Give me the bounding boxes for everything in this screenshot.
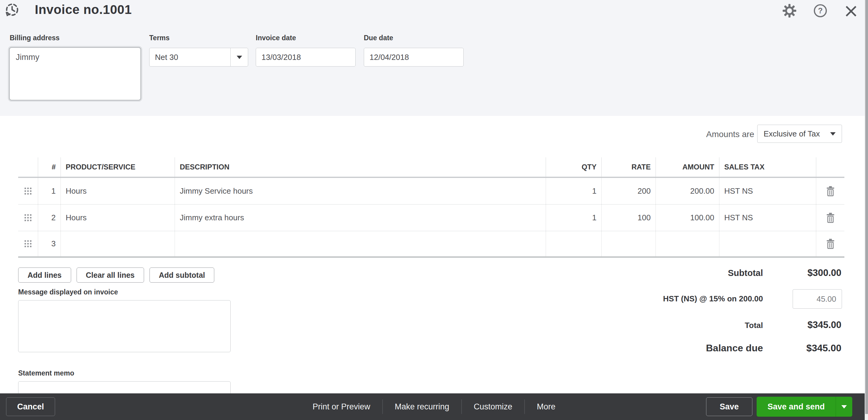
- drag-handle-icon[interactable]: [25, 214, 31, 221]
- sales-tax-cell[interactable]: HST NS: [719, 178, 816, 204]
- table-row: 2 Hours Jimmy extra hours 1 100 100.00 H…: [18, 204, 844, 231]
- action-bar: Cancel Print or Preview Make recurring C…: [0, 393, 868, 420]
- trash-icon: [826, 186, 835, 197]
- chevron-down-icon[interactable]: [230, 48, 248, 66]
- chevron-down-icon: [830, 132, 842, 135]
- col-header-rate: RATE: [601, 157, 655, 177]
- subtotal-label: Subtotal: [728, 268, 763, 278]
- col-header-qty: QTY: [546, 157, 601, 177]
- rate-cell[interactable]: 200: [601, 178, 655, 204]
- balance-due-label: Balance due: [706, 343, 763, 354]
- description-cell[interactable]: Jimmy Service hours: [175, 178, 546, 204]
- save-and-send-label[interactable]: Save and send: [756, 397, 836, 417]
- delete-line-button[interactable]: [816, 231, 844, 256]
- line-number: 2: [38, 204, 61, 231]
- col-header-amount: AMOUNT: [655, 157, 719, 177]
- line-number: 3: [38, 231, 61, 256]
- product-cell[interactable]: Hours: [61, 178, 175, 204]
- due-date-label: Due date: [364, 34, 393, 42]
- save-options-dropdown[interactable]: [836, 397, 852, 417]
- scrollbar-track[interactable]: [865, 0, 868, 420]
- product-cell[interactable]: Hours: [61, 204, 175, 231]
- sales-tax-cell[interactable]: HST NS: [719, 204, 816, 231]
- amounts-are-value: Exclusive of Tax: [757, 129, 830, 138]
- col-header-product: PRODUCT/SERVICE: [61, 157, 175, 177]
- description-cell[interactable]: [175, 231, 546, 256]
- tax-amount-input[interactable]: 45.00: [793, 289, 842, 309]
- sales-tax-cell[interactable]: [719, 231, 816, 256]
- amount-cell[interactable]: 100.00: [655, 204, 719, 231]
- cancel-button[interactable]: Cancel: [6, 397, 55, 416]
- table-header-row: # PRODUCT/SERVICE DESCRIPTION QTY RATE A…: [18, 157, 844, 178]
- add-subtotal-button[interactable]: Add subtotal: [150, 267, 215, 283]
- line-number: 1: [38, 178, 61, 204]
- col-header-num: #: [38, 157, 61, 177]
- amount-cell[interactable]: 200.00: [655, 178, 719, 204]
- delete-line-button[interactable]: [816, 204, 844, 231]
- clear-all-lines-button[interactable]: Clear all lines: [76, 267, 144, 283]
- chevron-down-icon: [841, 405, 847, 409]
- drag-handle-icon[interactable]: [25, 188, 31, 195]
- trash-icon: [826, 238, 835, 249]
- table-row: 3: [18, 231, 844, 258]
- total-label: Total: [745, 321, 763, 330]
- amounts-are-label: Amounts are: [651, 130, 754, 139]
- due-date-input[interactable]: 12/04/2018: [364, 48, 464, 67]
- save-and-send-button[interactable]: Save and send: [756, 397, 852, 417]
- invoice-date-input[interactable]: 13/03/2018: [256, 48, 355, 67]
- terms-select[interactable]: Net 30: [149, 48, 248, 67]
- balance-due-value: $345.00: [806, 343, 841, 354]
- statement-memo-label: Statement memo: [18, 369, 74, 377]
- svg-text:?: ?: [818, 6, 823, 15]
- qty-cell[interactable]: 1: [546, 178, 601, 204]
- total-value: $345.00: [807, 320, 841, 330]
- close-icon[interactable]: [844, 4, 858, 19]
- rate-cell[interactable]: 100: [601, 204, 655, 231]
- scrollbar-thumb[interactable]: [865, 0, 868, 414]
- drag-handle-icon[interactable]: [25, 240, 31, 247]
- tax-label: HST (NS) @ 15% on 200.00: [663, 294, 763, 303]
- terms-value: Net 30: [150, 48, 230, 66]
- more-button[interactable]: More: [525, 402, 568, 412]
- invoice-date-label: Invoice date: [256, 34, 296, 42]
- amounts-are-select[interactable]: Exclusive of Tax: [757, 125, 842, 143]
- subtotal-value: $300.00: [807, 267, 841, 279]
- invoice-page: Invoice no.1001 ? Billing: [0, 0, 868, 420]
- qty-cell[interactable]: 1: [546, 204, 601, 231]
- customize-button[interactable]: Customize: [462, 402, 525, 412]
- description-cell[interactable]: Jimmy extra hours: [175, 204, 546, 231]
- invoice-message-label: Message displayed on invoice: [18, 288, 118, 296]
- delete-line-button[interactable]: [816, 178, 844, 204]
- gear-icon[interactable]: [782, 4, 797, 19]
- page-title: Invoice no.1001: [35, 0, 132, 19]
- product-cell[interactable]: [61, 231, 175, 256]
- history-icon[interactable]: [4, 2, 20, 19]
- col-header-salestax: SALES TAX: [719, 157, 816, 177]
- print-or-preview-button[interactable]: Print or Preview: [301, 402, 382, 412]
- make-recurring-button[interactable]: Make recurring: [382, 402, 461, 412]
- save-button[interactable]: Save: [706, 397, 752, 416]
- billing-address-label: Billing address: [10, 34, 60, 42]
- amount-cell[interactable]: [655, 231, 719, 256]
- billing-address-input[interactable]: Jimmy: [9, 47, 141, 100]
- line-items-table: # PRODUCT/SERVICE DESCRIPTION QTY RATE A…: [18, 157, 844, 258]
- table-row: 1 Hours Jimmy Service hours 1 200 200.00…: [18, 178, 844, 204]
- add-lines-button[interactable]: Add lines: [18, 267, 71, 283]
- rate-cell[interactable]: [601, 231, 655, 256]
- terms-label: Terms: [149, 34, 169, 42]
- col-header-description: DESCRIPTION: [175, 157, 546, 177]
- help-icon[interactable]: ?: [813, 4, 828, 19]
- qty-cell[interactable]: [546, 231, 601, 256]
- trash-icon: [826, 213, 835, 223]
- invoice-message-input[interactable]: [18, 300, 230, 352]
